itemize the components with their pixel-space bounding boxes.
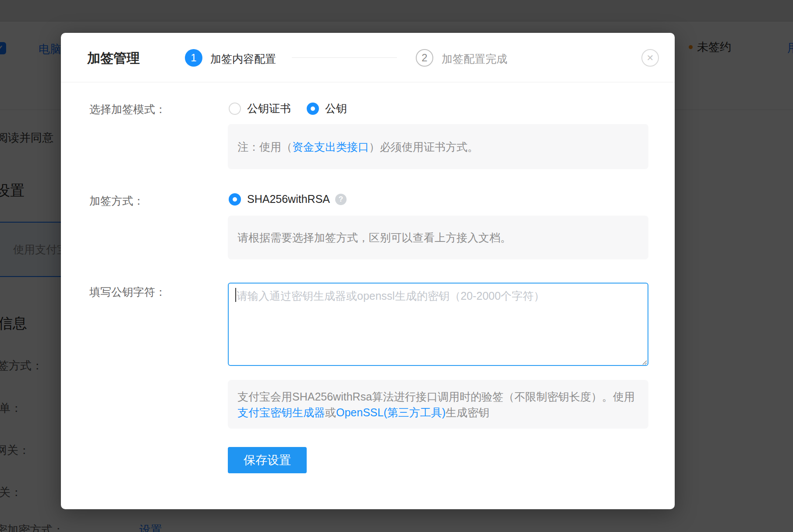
- resize-handle-icon[interactable]: [640, 358, 647, 365]
- method-field-label: 加签方式：: [89, 194, 144, 208]
- modal-title: 加签管理: [87, 50, 140, 67]
- mode-option-publickey-label: 公钥: [325, 101, 347, 116]
- key-note-box: 支付宝会用SHA256withRsa算法进行接口调用时的验签（不限制密钥长度）。…: [228, 380, 648, 429]
- help-icon[interactable]: ?: [335, 194, 347, 205]
- mode-note-prefix: 注：使用（: [237, 141, 292, 153]
- key-note-mid: 或: [325, 406, 336, 419]
- mode-note-box: 注：使用（资金支出类接口）必须使用证书方式。: [228, 124, 648, 169]
- step-2-indicator: 2: [416, 49, 433, 67]
- step-2-number: 2: [421, 52, 427, 64]
- mode-option-cert[interactable]: 公钥证书: [229, 101, 291, 116]
- mode-option-publickey[interactable]: 公钥: [307, 101, 347, 116]
- fund-api-link[interactable]: 资金支出类接口: [292, 141, 369, 153]
- question-mark-glyph: ?: [339, 195, 343, 204]
- close-button[interactable]: ✕: [641, 49, 659, 67]
- text-cursor: [235, 288, 236, 302]
- mode-field-label: 选择加签模式：: [89, 102, 166, 117]
- method-note-box: 请根据需要选择加签方式，区别可以查看上方接入文档。: [228, 216, 648, 259]
- save-settings-button[interactable]: 保存设置: [228, 447, 307, 473]
- step-connector-line: [292, 57, 397, 58]
- modal-header: 加签管理 1 加签内容配置 2 加签配置完成 ✕: [61, 33, 675, 82]
- signature-management-modal: 加签管理 1 加签内容配置 2 加签配置完成 ✕ 选择加签模式： 公钥证书 公钥: [61, 33, 675, 509]
- mode-option-cert-label: 公钥证书: [247, 101, 291, 116]
- mode-note-text: 注：使用（资金支出类接口）必须使用证书方式。: [237, 139, 639, 155]
- key-note-suffix: 生成密钥: [446, 406, 489, 419]
- key-field-label: 填写公钥字符：: [89, 285, 166, 299]
- method-option-label: SHA256withRSA: [247, 193, 330, 206]
- step-1-indicator: 1: [185, 49, 202, 67]
- close-icon: ✕: [647, 53, 654, 63]
- method-note-text: 请根据需要选择加签方式，区别可以查看上方接入文档。: [237, 230, 639, 245]
- keygen-tool-link[interactable]: 支付宝密钥生成器: [237, 406, 325, 419]
- radio-selected-icon[interactable]: [229, 193, 241, 206]
- key-note-line1: 支付宝会用SHA256withRsa算法进行接口调用时的验签（不限制密钥长度）。…: [237, 389, 639, 404]
- screen: ✓ 电脑 未签约 用 阅读并同意 设置 使用支付宝 信息 签方式： 单： 网关：…: [0, 0, 793, 532]
- key-note-line2: 支付宝密钥生成器或OpenSSL(第三方工具)生成密钥: [237, 404, 639, 420]
- openssl-link[interactable]: OpenSSL(第三方工具): [336, 406, 446, 419]
- step-1-number: 1: [191, 52, 196, 64]
- step-1-label: 加签内容配置: [210, 52, 276, 66]
- radio-selected-icon[interactable]: [307, 103, 319, 115]
- step-2-label: 加签配置完成: [442, 52, 507, 66]
- mode-note-suffix: ）必须使用证书方式。: [369, 141, 478, 153]
- radio-unselected-icon[interactable]: [229, 103, 241, 115]
- method-option-sha256[interactable]: SHA256withRSA ?: [229, 193, 347, 206]
- public-key-textarea[interactable]: [228, 283, 648, 366]
